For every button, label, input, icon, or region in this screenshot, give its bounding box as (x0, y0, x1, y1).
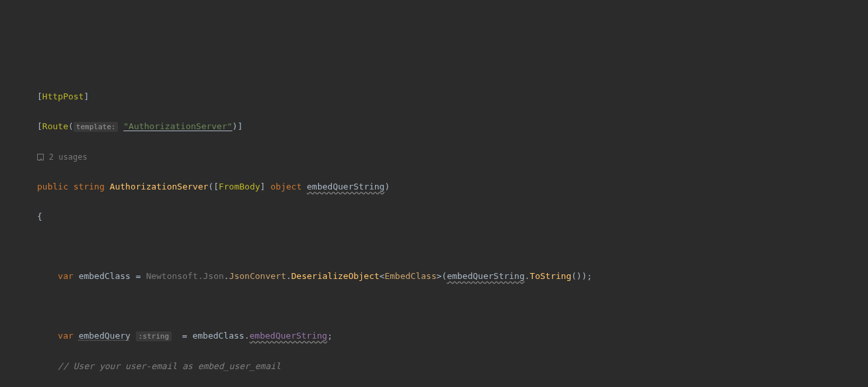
param: embedQuerString (307, 182, 384, 192)
usages-text: 2 usages (49, 152, 87, 162)
code-block: [HttpPost] [Route(template: "Authorizati… (37, 74, 868, 387)
usages-icon (37, 154, 44, 160)
comment: // User your user-email as embed_user_em… (58, 361, 281, 371)
line: var embedClass = Newtonsoft.Json.JsonCon… (37, 269, 868, 284)
line: public string AuthorizationServer([FromB… (37, 180, 868, 195)
line: [Route(template: "AuthorizationServer")] (37, 119, 868, 135)
attr-route: Route (42, 121, 68, 131)
line: [HttpPost] (37, 89, 868, 105)
attr-httppost: HttpPost (42, 91, 84, 101)
method-name: AuthorizationServer (110, 182, 209, 192)
line: var embedQuery :string = embedClass.embe… (37, 329, 868, 345)
hint-template: template: (74, 122, 119, 132)
line: { (37, 209, 868, 225)
str-route: "AuthorizationServer" (123, 121, 232, 131)
line-usages[interactable]: 2 usages (37, 150, 868, 165)
line: // User your user-email as embed_user_em… (37, 359, 868, 374)
